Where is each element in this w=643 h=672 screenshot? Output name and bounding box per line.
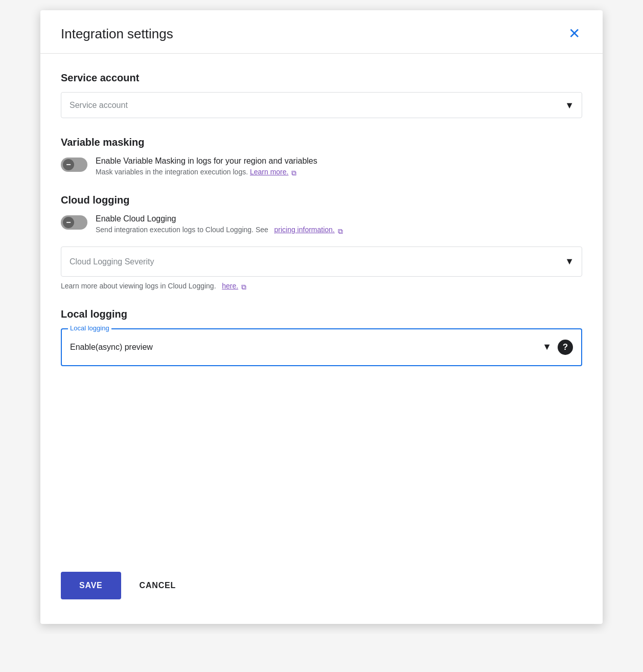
service-account-section: Service account Service account ▼: [61, 72, 582, 118]
variable-masking-title: Variable masking: [61, 137, 582, 148]
cloud-logging-here-external-icon: ⧉: [241, 283, 248, 290]
cloud-logging-label: Enable Cloud Logging: [96, 214, 582, 223]
service-account-select-wrapper: Service account ▼: [61, 92, 582, 118]
cloud-logging-here-link[interactable]: here.: [222, 282, 238, 290]
pricing-information-link[interactable]: pricing information.: [274, 226, 334, 234]
local-logging-select-inner: Enable(async) preview ▼ ?: [62, 329, 581, 365]
cloud-toggle-thumb: −: [63, 217, 74, 228]
variable-masking-desc-text: Mask variables in the integration execut…: [96, 168, 248, 176]
toggle-minus-icon: −: [66, 161, 71, 169]
variable-masking-info: Enable Variable Masking in logs for your…: [96, 156, 582, 176]
dialog-footer: SAVE CANCEL: [40, 572, 603, 624]
local-logging-select-value: Enable(async) preview: [70, 343, 542, 352]
cloud-logging-title: Cloud logging: [61, 194, 582, 206]
cloud-logging-helper-prefix: Learn more about viewing logs in Cloud L…: [61, 282, 216, 290]
variable-masking-section: Variable masking − Enable Variable Maski…: [61, 137, 582, 176]
cloud-logging-section: Cloud logging − Enable Cloud Logging Sen…: [61, 194, 582, 290]
cloud-toggle-track[interactable]: −: [61, 215, 87, 230]
integration-settings-dialog: Integration settings ✕ Service account S…: [40, 10, 603, 624]
cloud-logging-desc: Send integration execution logs to Cloud…: [96, 226, 582, 234]
service-account-title: Service account: [61, 72, 582, 84]
variable-masking-label: Enable Variable Masking in logs for your…: [96, 156, 582, 166]
local-logging-select-wrapper: Local logging Enable(async) preview ▼ ?: [61, 328, 582, 366]
close-button[interactable]: ✕: [566, 25, 582, 43]
variable-masking-learn-more-link[interactable]: Learn more.: [250, 168, 288, 176]
pricing-external-link-icon: ⧉: [338, 227, 345, 234]
local-logging-field-label: Local logging: [68, 324, 111, 332]
cloud-logging-desc-text: Send integration execution logs to Cloud…: [96, 226, 268, 234]
cloud-logging-severity-select[interactable]: Cloud Logging Severity: [61, 247, 582, 277]
local-logging-dropdown-icon[interactable]: ▼: [542, 342, 552, 352]
dialog-body: Service account Service account ▼ Variab…: [40, 54, 603, 572]
local-logging-section: Local logging Local logging Enable(async…: [61, 308, 582, 366]
toggle-track[interactable]: −: [61, 158, 87, 172]
cloud-logging-helper-text: Learn more about viewing logs in Cloud L…: [61, 282, 582, 290]
cloud-toggle-minus-icon: −: [66, 218, 71, 227]
toggle-thumb: −: [63, 159, 74, 170]
service-account-select[interactable]: Service account: [61, 92, 582, 118]
cancel-button[interactable]: CANCEL: [129, 572, 186, 599]
variable-masking-desc: Mask variables in the integration execut…: [96, 168, 582, 176]
dialog-header: Integration settings ✕: [40, 10, 603, 54]
severity-select-wrapper: Cloud Logging Severity ▼: [61, 247, 582, 277]
cloud-logging-toggle[interactable]: −: [61, 215, 87, 230]
dialog-title: Integration settings: [61, 26, 173, 42]
local-logging-title: Local logging: [61, 308, 582, 320]
local-logging-help-icon[interactable]: ?: [558, 340, 573, 355]
save-button[interactable]: SAVE: [61, 572, 121, 599]
variable-masking-toggle[interactable]: −: [61, 158, 87, 172]
variable-masking-toggle-row: − Enable Variable Masking in logs for yo…: [61, 156, 582, 176]
cloud-logging-toggle-row: − Enable Cloud Logging Send integration …: [61, 214, 582, 234]
variable-masking-external-link-icon: ⧉: [291, 169, 298, 176]
cloud-logging-info: Enable Cloud Logging Send integration ex…: [96, 214, 582, 234]
